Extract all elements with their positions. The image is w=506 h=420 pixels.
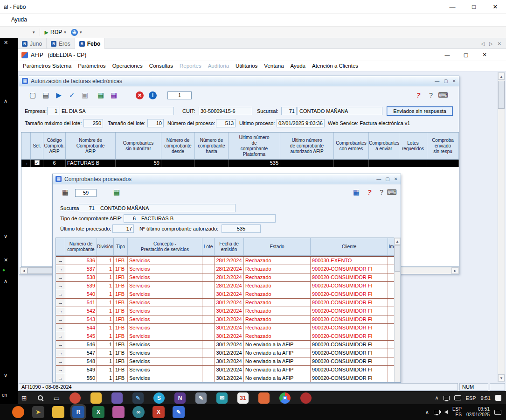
pen-blue-icon[interactable]: ✎ xyxy=(173,406,185,418)
proc-cell-division[interactable]: 1 xyxy=(97,332,114,340)
proc-cell-numero[interactable]: 549 xyxy=(65,366,97,374)
proc-cell-estado[interactable]: Rechazado xyxy=(244,324,311,332)
proc-grid-row[interactable]: →54411FBServicios30/12/2024Rechazado9000… xyxy=(56,324,395,332)
proc-cell-fecha[interactable]: 30/12/2024 xyxy=(215,315,244,323)
proc-cell-fecha[interactable]: 30/12/2024 xyxy=(215,374,244,382)
proc-cell-concepto[interactable]: Servicios xyxy=(128,299,202,307)
proc-cell-numero[interactable]: 544 xyxy=(65,324,97,332)
proc-cell-division[interactable]: 1 xyxy=(97,366,114,374)
proc-cell-concepto[interactable]: Servicios xyxy=(128,282,202,290)
proc-cell-numero[interactable]: 550 xyxy=(65,374,97,382)
proc-cell-im[interactable] xyxy=(388,299,395,307)
proc-cell-fecha[interactable]: 28/12/2024 xyxy=(215,282,244,290)
proc-cell-cliente[interactable]: 900020-CONSUMIDOR FI xyxy=(311,332,388,340)
tray-expand-icon[interactable]: ∧ xyxy=(435,395,439,401)
proc-vscrollbar[interactable]: ▲ xyxy=(394,238,401,383)
proc-grid-row[interactable]: →53611FBServicios28/12/2024Rechazado9000… xyxy=(56,257,395,265)
child-minimize-button[interactable]: — xyxy=(435,78,439,84)
proc-cell-numero[interactable]: 539 xyxy=(65,282,97,290)
auth-col-errores[interactable]: Comprobantescon errores xyxy=(334,133,369,160)
tab-close-icon[interactable]: ✕ xyxy=(498,41,501,46)
vscroll-thumb[interactable] xyxy=(395,245,400,272)
sucursal-name-field[interactable]: CONTADO MAÑANA xyxy=(298,107,382,115)
proc-cell-numero[interactable]: 548 xyxy=(65,357,97,365)
auth-col-respuesta[interactable]: Comprobaenviadosin respu xyxy=(427,133,459,160)
proc-cell-numero[interactable]: 543 xyxy=(65,315,97,323)
dock-scroll-down-icon[interactable]: ∨ xyxy=(4,233,7,239)
proc-cell-im[interactable] xyxy=(388,366,395,374)
app-magenta-icon[interactable] xyxy=(112,406,125,418)
grid-export-icon[interactable]: ▦ xyxy=(96,90,106,100)
auth-row-cell-plataforma[interactable]: 535 xyxy=(229,160,280,167)
proc-cell-fecha[interactable]: 28/12/2024 xyxy=(215,257,244,265)
proc-cell-fecha[interactable]: 30/12/2024 xyxy=(215,341,244,349)
proc-cell-estado[interactable]: No enviado a la AFIP xyxy=(244,349,311,357)
tab-scroll-left-icon[interactable]: ◁ xyxy=(481,41,485,46)
proc-cell-division[interactable]: 1 xyxy=(97,282,114,290)
auth-col-desde[interactable]: Número decomprobantedesde xyxy=(161,133,195,160)
proc-col-numero[interactable]: Número decomprobante xyxy=(65,238,97,256)
proc-grid-row[interactable]: →54711FBServicios30/12/2024No enviado a … xyxy=(56,349,395,357)
proc-col-fecha[interactable]: Fecha deemisión xyxy=(215,238,244,256)
dock-close2-icon[interactable]: ✕ xyxy=(4,257,8,263)
proc-col-estado[interactable]: Estado xyxy=(244,238,311,256)
tab-juno[interactable]: R Juno xyxy=(18,38,47,49)
proc-cell-tipo[interactable]: 1FB xyxy=(114,315,128,323)
tab-scroll-right-icon[interactable]: ▷ xyxy=(489,41,493,46)
proc-cell-lote[interactable] xyxy=(202,341,215,349)
empresa-code-field[interactable]: 1 xyxy=(47,107,59,115)
tray-expand-icon[interactable]: ∧ xyxy=(425,409,429,415)
proc-cell-lote[interactable] xyxy=(202,299,215,307)
proc-cell-concepto[interactable]: Servicios xyxy=(128,265,202,273)
proc-cell-concepto[interactable]: Servicios xyxy=(128,257,202,265)
proc-cell-division[interactable]: 1 xyxy=(97,349,114,357)
proc-cell-tipo[interactable]: 1FB xyxy=(114,257,128,265)
proc-cell-tipo[interactable]: 1FB xyxy=(114,366,128,374)
grid-report-icon[interactable]: ▦ xyxy=(111,187,122,197)
rdp-manager-icon[interactable]: R xyxy=(72,406,84,418)
onenote-icon[interactable]: N xyxy=(174,392,186,404)
proc-cell-lote[interactable] xyxy=(202,273,215,281)
tray-box-icon[interactable] xyxy=(454,395,461,400)
mdi-vscrollbar[interactable]: ▲ ▼ xyxy=(498,72,505,382)
proc-cell-concepto[interactable]: Servicios xyxy=(128,357,202,365)
grid-report-icon[interactable]: ▦ xyxy=(109,90,119,100)
proc-col-tipo[interactable]: Tipo xyxy=(114,238,128,256)
proc-cell-concepto[interactable]: Servicios xyxy=(128,307,202,315)
mdi-vscroll-thumb[interactable] xyxy=(498,81,505,109)
proc-cell-concepto[interactable]: Servicios xyxy=(128,332,202,340)
proc-cell-estado[interactable]: Rechazado xyxy=(244,257,311,265)
ultimo-comp-field[interactable]: 535 xyxy=(222,224,261,233)
proc-cell-cliente[interactable]: 900020-CONSUMIDOR FI xyxy=(311,265,388,273)
proc-cell-fecha[interactable]: 30/12/2024 xyxy=(215,366,244,374)
proc-cell-im[interactable] xyxy=(388,341,395,349)
proc-cell-cliente[interactable]: 900020-CONSUMIDOR FI xyxy=(311,290,388,298)
proc-cell-estado[interactable]: No enviado a la AFIP xyxy=(244,341,311,349)
proc-cell-lote[interactable] xyxy=(202,257,215,265)
tam-max-field[interactable]: 250 xyxy=(83,119,103,127)
proc-cell-division[interactable]: 1 xyxy=(97,374,114,382)
proc-cell-im[interactable] xyxy=(388,273,395,281)
auth-col-sel[interactable]: Sel. xyxy=(31,133,43,160)
help-icon[interactable]: ? xyxy=(376,187,387,197)
proc-cell-division[interactable]: 1 xyxy=(97,273,114,281)
proc-cell-im[interactable] xyxy=(388,282,395,290)
table-icon[interactable]: ▦ xyxy=(351,187,361,197)
inner-clock[interactable]: 9:51 xyxy=(481,395,491,401)
proc-grid-row[interactable]: →53811FBServicios28/12/2024Rechazado9000… xyxy=(56,273,395,282)
child-close-button[interactable]: ✕ xyxy=(452,78,456,84)
app-redx-icon[interactable]: X xyxy=(152,406,165,418)
proc-cell-im[interactable] xyxy=(388,315,395,323)
ultimo-lote-field[interactable]: 17 xyxy=(112,224,134,233)
proc-cell-im[interactable] xyxy=(388,357,395,365)
menu-parametros[interactable]: Parámetros xyxy=(75,61,109,71)
auth-row-cell-autorizado[interactable] xyxy=(280,160,334,167)
proc-cell-im[interactable] xyxy=(388,349,395,357)
proc-cell-cliente[interactable]: 900020-CONSUMIDOR FI xyxy=(311,315,388,323)
auth-row-cell-nombre[interactable]: FACTURAS B xyxy=(66,160,116,167)
proc-cell-im[interactable] xyxy=(388,374,395,382)
scroll-down-icon[interactable]: ▼ xyxy=(498,374,505,381)
search-icon[interactable] xyxy=(37,394,44,401)
child-minimize-button[interactable]: — xyxy=(376,176,381,182)
proc-cell-fecha[interactable]: 30/12/2024 xyxy=(215,324,244,332)
